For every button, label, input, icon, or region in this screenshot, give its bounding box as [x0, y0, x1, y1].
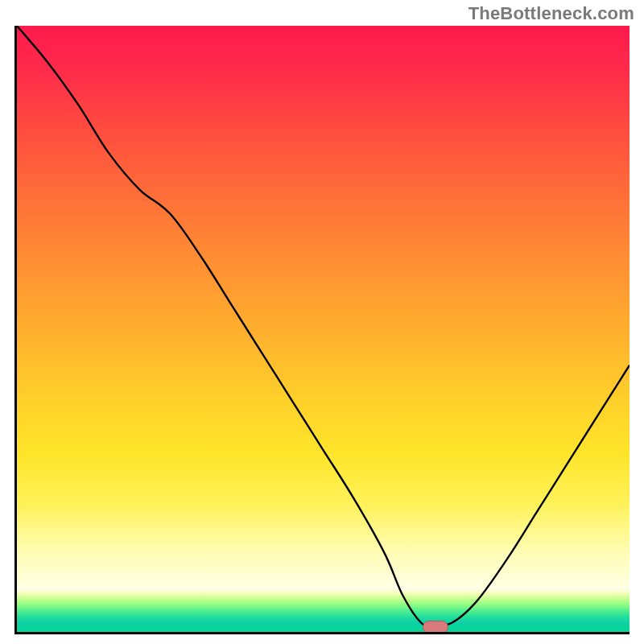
curve-path	[17, 26, 630, 625]
plot-area	[14, 26, 630, 634]
chart-container: TheBottleneck.com	[0, 0, 644, 644]
bottleneck-curve	[17, 26, 630, 632]
optimal-marker	[423, 621, 448, 634]
watermark-text: TheBottleneck.com	[469, 3, 634, 24]
